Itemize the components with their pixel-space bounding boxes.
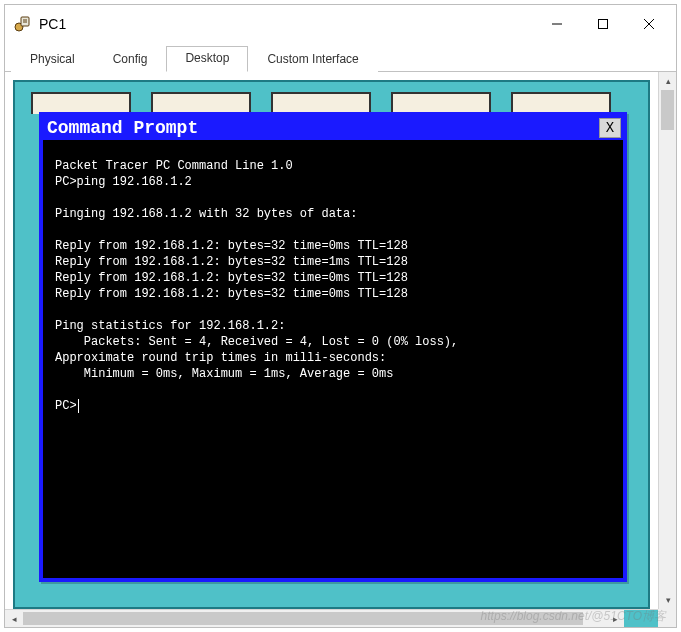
minimize-button[interactable] <box>534 8 580 40</box>
hscroll-spacer <box>624 610 658 627</box>
scroll-down-button[interactable]: ▾ <box>659 591 676 609</box>
tab-config[interactable]: Config <box>94 47 167 72</box>
svg-rect-5 <box>599 20 608 29</box>
window-title: PC1 <box>39 16 66 32</box>
tab-strip: Physical Config Desktop Custom Interface <box>5 43 676 72</box>
desktop-tile[interactable] <box>31 92 131 114</box>
command-prompt-title: Command Prompt <box>47 118 198 138</box>
desktop-tile[interactable] <box>511 92 611 114</box>
tab-custom-interface[interactable]: Custom Interface <box>248 47 377 72</box>
tab-desktop[interactable]: Desktop <box>166 46 248 72</box>
hscroll-track[interactable] <box>23 610 606 627</box>
hscroll-thumb[interactable] <box>23 612 583 625</box>
window-controls <box>534 8 672 40</box>
chevron-left-icon: ◂ <box>12 614 17 624</box>
scroll-up-button[interactable]: ▴ <box>659 72 676 90</box>
chevron-right-icon: ▸ <box>613 614 618 624</box>
tab-physical[interactable]: Physical <box>11 47 94 72</box>
scroll-right-button[interactable]: ▸ <box>606 610 624 627</box>
app-window: PC1 Physical Config Desktop Custom Inter… <box>4 4 677 628</box>
close-button[interactable] <box>626 8 672 40</box>
app-icon <box>13 15 31 33</box>
chevron-down-icon: ▾ <box>666 595 671 605</box>
command-prompt-close-button[interactable]: X <box>599 118 621 138</box>
command-prompt-titlebar[interactable]: Command Prompt X <box>43 116 623 140</box>
desktop-tile[interactable] <box>271 92 371 114</box>
horizontal-scrollbar[interactable]: ◂ ▸ <box>5 609 658 627</box>
content-area: Command Prompt X Packet Tracer PC Comman… <box>5 72 676 627</box>
command-prompt-window: Command Prompt X Packet Tracer PC Comman… <box>39 112 627 582</box>
window-titlebar[interactable]: PC1 <box>5 5 676 43</box>
vscroll-thumb[interactable] <box>661 90 674 130</box>
vertical-scrollbar[interactable]: ▴ ▾ <box>658 72 676 609</box>
command-prompt-body[interactable]: Packet Tracer PC Command Line 1.0 PC>pin… <box>43 140 623 578</box>
maximize-button[interactable] <box>580 8 626 40</box>
chevron-up-icon: ▴ <box>666 76 671 86</box>
desktop-tile[interactable] <box>391 92 491 114</box>
desktop-background: Command Prompt X Packet Tracer PC Comman… <box>13 80 650 609</box>
terminal-cursor <box>78 399 79 413</box>
scroll-corner <box>658 609 676 627</box>
scroll-left-button[interactable]: ◂ <box>5 610 23 627</box>
vscroll-track[interactable] <box>659 90 676 591</box>
desktop-tile[interactable] <box>151 92 251 114</box>
desktop-pane: Command Prompt X Packet Tracer PC Comman… <box>5 72 658 609</box>
terminal-output: Packet Tracer PC Command Line 1.0 PC>pin… <box>55 159 458 413</box>
